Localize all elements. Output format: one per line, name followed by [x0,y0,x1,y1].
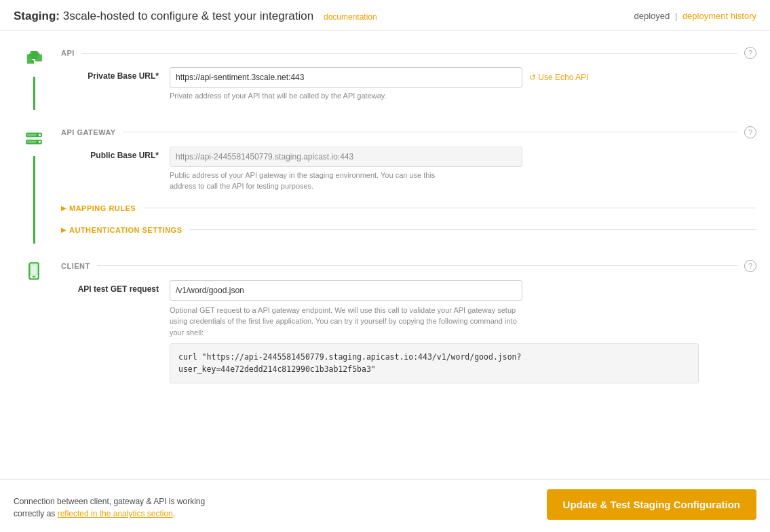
public-base-url-help: Public address of your API gateway in th… [170,170,756,192]
api-test-row: API test GET request Optional GET reques… [61,280,756,383]
svg-rect-6 [27,140,37,142]
api-gateway-title: API GATEWAY [61,128,116,136]
api-test-help: Optional GET request to a API gateway en… [170,305,522,339]
mapping-rules-arrow: ▶ [61,204,66,212]
auth-settings-title: AUTHENTICATION SETTINGS [69,226,182,234]
private-base-url-field-col: Use Echo API Private address of your API… [170,67,756,102]
public-base-url-row: Public Base URL* Public address of your … [61,147,756,192]
gateway-icon [22,127,45,150]
svg-point-3 [39,134,41,136]
client-icon-col [14,250,54,392]
puzzle-icon [22,48,45,71]
private-base-url-label: Private Base URL* [61,67,170,81]
svg-point-4 [39,140,41,142]
private-base-url-input[interactable] [170,67,522,88]
private-base-url-row: Private Base URL* Use Echo API Private a… [61,67,756,102]
deployment-history-link[interactable]: deployment history [682,11,756,21]
svg-rect-5 [27,134,37,136]
api-icon-col [14,37,54,110]
mapping-rules-section: ▶ MAPPING RULES [61,200,756,216]
gateway-vertical-line [33,156,35,244]
api-test-input[interactable] [170,280,522,301]
private-base-url-input-group: Use Echo API [170,67,756,88]
api-gateway-icon-col [14,117,54,244]
api-test-field-col: Optional GET request to a API gateway en… [170,280,756,383]
api-help-button[interactable]: ? [744,47,756,59]
api-vertical-line [33,77,35,110]
footer: Connection between client, gateway & API… [0,479,770,532]
curl-command: curl "https://api-2445581450779.staging.… [170,343,699,383]
mapping-rules-line [142,208,756,208]
client-title-line [97,265,737,266]
private-base-url-help: Private address of your API that will be… [170,90,756,102]
mapping-rules-header[interactable]: ▶ MAPPING RULES [61,200,756,216]
api-title: API [61,49,75,57]
documentation-link[interactable]: documentation [324,12,377,22]
separator: | [675,11,680,21]
api-gateway-icon-wrapper [19,124,49,153]
deployed-status: deployed [634,11,670,21]
auth-settings-arrow: ▶ [61,226,66,233]
auth-settings-section: ▶ AUTHENTICATION SETTINGS [61,222,756,238]
auth-settings-line [189,229,756,230]
analytics-link[interactable]: reflected in the analytics section [58,509,173,518]
public-base-url-input [170,147,522,167]
auth-settings-header[interactable]: ▶ AUTHENTICATION SETTINGS [61,222,756,238]
main-content: API ? Private Base URL* Use Echo API Pri… [0,31,770,453]
public-base-url-field-col: Public address of your API gateway in th… [170,147,756,192]
mobile-icon [22,261,45,284]
api-test-label: API test GET request [61,280,170,294]
page-title: Staging: 3scale-hosted to configure & te… [14,10,377,23]
use-echo-api-button[interactable]: Use Echo API [529,69,588,86]
status-end: . [173,509,175,518]
staging-subtitle: 3scale-hosted to configure & test your i… [63,10,314,22]
api-gateway-title-line [123,132,737,132]
client-help-button[interactable]: ? [744,260,756,272]
api-gateway-title-bar: API GATEWAY ? [61,117,756,138]
api-gateway-section: API GATEWAY ? Public Base URL* Public ad… [14,117,756,244]
client-section: CLIENT ? API test GET request Optional G… [14,250,756,392]
api-section: API ? Private Base URL* Use Echo API Pri… [14,37,756,110]
staging-label: Staging: [14,10,60,22]
client-title: CLIENT [61,262,90,270]
curl-line2: user_key=44e72dedd214c812990c1b3ab12f5ba… [178,364,376,374]
api-icon-wrapper [19,44,49,74]
public-base-url-label: Public Base URL* [61,147,170,160]
client-section-content: CLIENT ? API test GET request Optional G… [54,250,756,392]
client-icon-wrapper [19,257,49,287]
mapping-rules-title: MAPPING RULES [69,204,136,212]
update-test-staging-button[interactable]: Update & Test Staging Configuration [547,489,756,520]
page-header: Staging: 3scale-hosted to configure & te… [0,0,770,31]
client-title-bar: CLIENT ? [61,250,756,272]
api-title-bar: API ? [61,37,756,59]
header-right: deployed | deployment history [634,10,756,21]
api-gateway-section-content: API GATEWAY ? Public Base URL* Public ad… [54,117,756,244]
footer-status: Connection between client, gateway & API… [14,495,217,520]
curl-line1: curl "https://api-2445581450779.staging.… [178,352,521,362]
api-gateway-help-button[interactable]: ? [744,126,756,138]
svg-rect-8 [31,264,37,274]
api-section-content: API ? Private Base URL* Use Echo API Pri… [54,37,756,110]
api-title-line [81,53,737,54]
